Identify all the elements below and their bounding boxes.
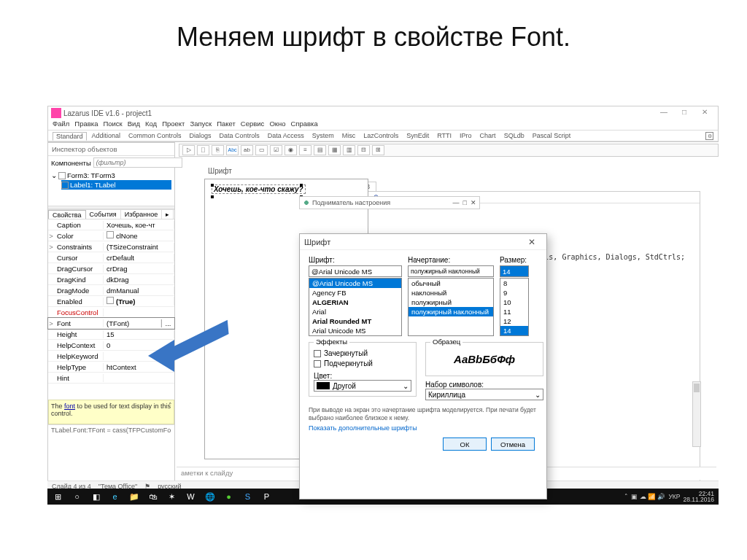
taskbar-app-icon[interactable]: ✶: [163, 490, 181, 503]
style-list-item[interactable]: полужирный: [409, 298, 493, 307]
font-list-item[interactable]: Arial Rounded MT: [309, 316, 401, 326]
tool-icon[interactable]: ▤: [314, 145, 326, 155]
start-button[interactable]: ⊞: [49, 490, 67, 503]
tool-icon[interactable]: ▥: [343, 145, 355, 155]
prop-row-constraints[interactable]: >Constraints(TSizeConstraint: [48, 241, 174, 252]
palette-tab-rtti[interactable]: RTTI: [434, 132, 454, 139]
tree-form-node[interactable]: ⌄ Form3: TForm3: [51, 171, 171, 180]
taskbar-app-icon[interactable]: P: [258, 490, 276, 503]
prop-row-dragkind[interactable]: DragKinddkDrag: [48, 274, 174, 285]
menu-Код[interactable]: Код: [145, 120, 157, 130]
font-style-input[interactable]: [408, 265, 494, 277]
module-tab[interactable]: Шрифт: [208, 167, 232, 175]
prop-row-dragmode[interactable]: DragModedmManual: [48, 285, 174, 296]
prop-row-focuscontrol[interactable]: FocusControl: [48, 307, 174, 318]
components-combo[interactable]: Компоненты: [51, 159, 91, 167]
style-list-item[interactable]: обычный: [409, 279, 493, 288]
font-size-input[interactable]: [500, 265, 529, 277]
scrollbar[interactable]: [692, 381, 701, 447]
style-list-item[interactable]: наклонный: [409, 288, 493, 298]
pointer-tool-icon[interactable]: ▷: [182, 145, 195, 155]
palette-tab-misc[interactable]: Misc: [339, 132, 359, 139]
form-max-button[interactable]: □: [463, 199, 467, 206]
size-list-item[interactable]: 12: [500, 316, 528, 326]
taskbar-app-icon[interactable]: 🌐: [201, 490, 219, 503]
help-font-link[interactable]: font: [64, 402, 75, 410]
tool-icon[interactable]: ⎘: [212, 145, 224, 155]
ide-min-button[interactable]: —: [654, 108, 674, 118]
strikeout-checkbox[interactable]: [314, 350, 321, 357]
palette-tab-data-access[interactable]: Data Access: [265, 132, 307, 139]
tree-label-node[interactable]: Label1: TLabel: [61, 180, 171, 190]
menu-Запуск[interactable]: Запуск: [190, 120, 212, 130]
charset-combo[interactable]: Кириллица ⌄: [425, 389, 543, 400]
tab-overflow-icon[interactable]: ▸: [162, 210, 174, 219]
taskbar-app-icon[interactable]: 🛍: [144, 490, 162, 503]
ok-button[interactable]: ОК: [443, 438, 487, 451]
palette-tab-pascal-script[interactable]: Pascal Script: [530, 132, 574, 139]
tray-lang[interactable]: УКР: [668, 493, 680, 500]
gear-icon[interactable]: ⚙: [705, 132, 713, 140]
inspector-tab[interactable]: Свойства: [48, 210, 86, 219]
more-fonts-link[interactable]: Показать дополнительные шрифты: [309, 424, 538, 432]
size-list-item[interactable]: 14: [500, 326, 528, 335]
menu-Проект[interactable]: Проект: [162, 120, 185, 130]
font-list-item[interactable]: ALGERIAN: [309, 298, 401, 307]
form-min-button[interactable]: —: [453, 199, 460, 206]
form-close-button[interactable]: ✕: [471, 199, 476, 206]
form-label-control[interactable]: Хочешь, кое-что скажу?: [212, 185, 305, 193]
tool-icon[interactable]: ab: [241, 145, 253, 155]
palette-tab-dialogs[interactable]: Dialogs: [187, 132, 214, 139]
tool-icon[interactable]: Abc: [226, 145, 239, 155]
color-combo[interactable]: Другой ⌄: [314, 380, 411, 392]
tray-clock[interactable]: 22:4128.11.2016: [683, 491, 714, 503]
tool-icon[interactable]: ▭: [255, 145, 268, 155]
font-list-item[interactable]: Arial Unicode MS: [309, 326, 401, 335]
tool-icon[interactable]: ⎕: [197, 145, 209, 155]
taskbar-app-icon[interactable]: ○: [68, 490, 86, 503]
palette-tab-additional[interactable]: Additional: [89, 132, 124, 139]
tray-up-icon[interactable]: ˄: [624, 493, 628, 500]
size-list-item[interactable]: 10: [500, 298, 528, 307]
palette-tab-chart[interactable]: Chart: [477, 132, 499, 139]
font-list-item[interactable]: Arial: [309, 307, 401, 316]
tool-icon[interactable]: ☑: [270, 145, 282, 155]
palette-tab-sqldb[interactable]: SQLdb: [501, 132, 527, 139]
taskbar-app-icon[interactable]: ◧: [87, 490, 105, 503]
palette-tab-data-controls[interactable]: Data Controls: [217, 132, 263, 139]
ellipsis-button[interactable]: ...: [161, 319, 174, 327]
inspector-tab[interactable]: Избранное: [121, 210, 163, 219]
prop-row-color[interactable]: >ColorclNone: [48, 230, 174, 241]
underline-checkbox[interactable]: [314, 360, 321, 368]
tool-icon[interactable]: ⊟: [357, 145, 370, 155]
menu-Правка[interactable]: Правка: [74, 120, 98, 130]
palette-tab-synedit[interactable]: SynEdit: [403, 132, 432, 139]
tray-icons[interactable]: ▣ ☁ 📶 🔊: [631, 493, 665, 500]
size-list-item[interactable]: 8: [500, 279, 528, 288]
menu-Окно[interactable]: Окно: [269, 120, 285, 130]
font-name-input[interactable]: [309, 265, 402, 277]
tool-icon[interactable]: ▦: [328, 145, 341, 155]
cancel-button[interactable]: Отмена: [491, 438, 535, 451]
dialog-close-button[interactable]: ✕: [522, 237, 542, 247]
ide-max-button[interactable]: □: [674, 108, 694, 118]
palette-tab-common-controls[interactable]: Common Controls: [125, 132, 185, 139]
prop-row-cursor[interactable]: CursorcrDefault: [48, 252, 174, 263]
palette-tab-lazcontrols[interactable]: LazControls: [360, 132, 401, 139]
palette-tab-system[interactable]: System: [309, 132, 337, 139]
tool-icon[interactable]: ⊞: [372, 145, 384, 155]
font-list-item[interactable]: Agency FB: [309, 288, 401, 298]
menu-Справка[interactable]: Справка: [290, 120, 317, 130]
prop-row-font[interactable]: >Font(TFont)...: [48, 318, 174, 329]
tool-icon[interactable]: ≡: [299, 145, 311, 155]
size-list[interactable]: 891011121416: [500, 278, 529, 336]
prop-row-dragcursor[interactable]: DragCursorcrDrag: [48, 263, 174, 274]
style-list-item[interactable]: полужирный наклонный: [409, 307, 493, 316]
taskbar-app-icon[interactable]: ●: [220, 490, 238, 503]
taskbar-app-icon[interactable]: W: [182, 490, 200, 503]
menu-Поиск[interactable]: Поиск: [103, 120, 122, 130]
ide-close-button[interactable]: ✕: [694, 108, 715, 118]
size-list-item[interactable]: 11: [500, 307, 528, 316]
inspector-tab[interactable]: События: [86, 210, 121, 219]
menu-Пакет[interactable]: Пакет: [217, 120, 236, 130]
